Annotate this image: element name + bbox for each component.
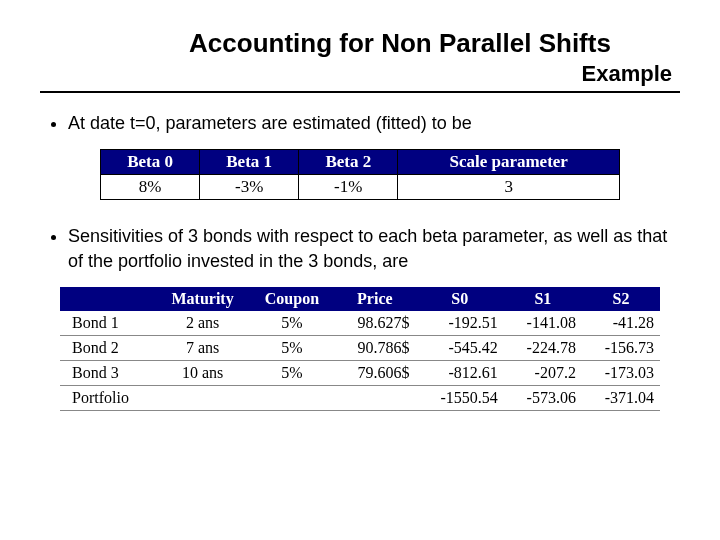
sens-header: S0 xyxy=(416,287,504,311)
title-rule xyxy=(40,91,680,93)
beta-value: -3% xyxy=(200,175,299,200)
slide-title: Accounting for Non Parallel Shifts xyxy=(120,28,680,59)
cell-maturity: 2 ans xyxy=(155,311,249,336)
cell-maturity: 7 ans xyxy=(155,335,249,360)
cell-s0: -1550.54 xyxy=(416,385,504,410)
beta-header: Beta 2 xyxy=(299,150,398,175)
cell-s2: -156.73 xyxy=(582,335,660,360)
cell-s2: -371.04 xyxy=(582,385,660,410)
beta-value: -1% xyxy=(299,175,398,200)
table-row: Bond 1 2 ans 5% 98.627$ -192.51 -141.08 … xyxy=(60,311,660,336)
cell-price: 79.606$ xyxy=(334,360,415,385)
row-label: Bond 1 xyxy=(60,311,155,336)
bullet-2: Sensitivities of 3 bonds with respect to… xyxy=(68,224,680,273)
sens-header: S2 xyxy=(582,287,660,311)
table-row: Portfolio -1550.54 -573.06 -371.04 xyxy=(60,385,660,410)
row-label: Bond 3 xyxy=(60,360,155,385)
beta-header: Scale parameter xyxy=(398,150,620,175)
cell-s0: -812.61 xyxy=(416,360,504,385)
cell-s1: -224.78 xyxy=(504,335,582,360)
cell-coupon: 5% xyxy=(250,360,334,385)
row-label: Bond 2 xyxy=(60,335,155,360)
cell-coupon: 5% xyxy=(250,335,334,360)
bullet-1: At date t=0, parameters are estimated (f… xyxy=(68,111,680,135)
sens-header: Coupon xyxy=(250,287,334,311)
cell-s1: -573.06 xyxy=(504,385,582,410)
beta-header: Beta 1 xyxy=(200,150,299,175)
cell-s0: -545.42 xyxy=(416,335,504,360)
cell-s0: -192.51 xyxy=(416,311,504,336)
beta-parameters-table: Beta 0 Beta 1 Beta 2 Scale parameter 8% … xyxy=(100,149,620,200)
sens-header: Maturity xyxy=(155,287,249,311)
beta-header: Beta 0 xyxy=(101,150,200,175)
slide-subtitle: Example xyxy=(40,61,680,87)
cell-maturity xyxy=(155,385,249,410)
cell-coupon: 5% xyxy=(250,311,334,336)
cell-maturity: 10 ans xyxy=(155,360,249,385)
beta-value: 8% xyxy=(101,175,200,200)
sensitivities-table: Maturity Coupon Price S0 S1 S2 Bond 1 2 … xyxy=(60,287,660,411)
sens-header: Price xyxy=(334,287,415,311)
cell-price xyxy=(334,385,415,410)
cell-coupon xyxy=(250,385,334,410)
cell-price: 90.786$ xyxy=(334,335,415,360)
beta-value: 3 xyxy=(398,175,620,200)
cell-s2: -173.03 xyxy=(582,360,660,385)
row-label: Portfolio xyxy=(60,385,155,410)
cell-s1: -141.08 xyxy=(504,311,582,336)
cell-s2: -41.28 xyxy=(582,311,660,336)
cell-price: 98.627$ xyxy=(334,311,415,336)
cell-s1: -207.2 xyxy=(504,360,582,385)
table-row: Bond 3 10 ans 5% 79.606$ -812.61 -207.2 … xyxy=(60,360,660,385)
sens-header: S1 xyxy=(504,287,582,311)
sens-header-blank xyxy=(60,287,155,311)
table-row: Bond 2 7 ans 5% 90.786$ -545.42 -224.78 … xyxy=(60,335,660,360)
